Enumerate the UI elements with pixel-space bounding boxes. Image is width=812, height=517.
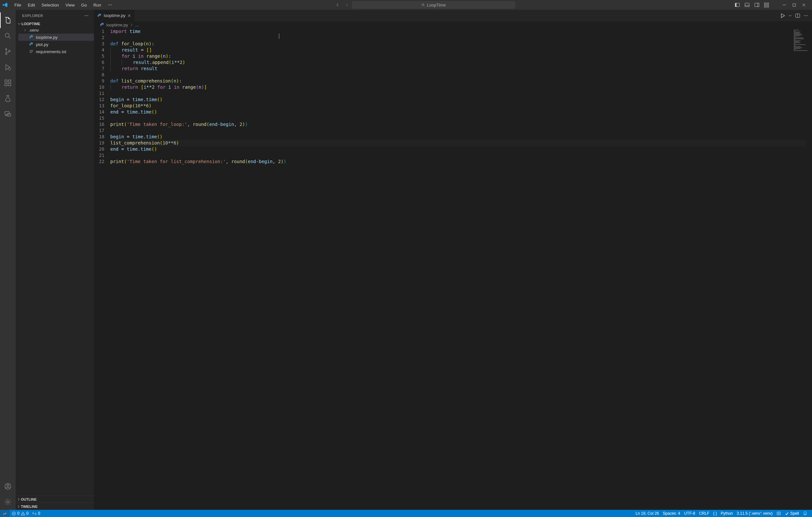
outline-label: OUTLINE [21, 497, 36, 501]
status-encoding[interactable]: UTF-8 [682, 510, 697, 517]
menu-run[interactable]: Run [91, 1, 104, 9]
status-spell[interactable]: Spell [783, 510, 801, 517]
menu-overflow-icon[interactable] [105, 1, 115, 8]
status-spaces[interactable]: Spaces: 4 [661, 510, 682, 517]
breadcrumb[interactable]: looptime.py ... [94, 21, 812, 28]
svg-rect-8 [755, 3, 759, 7]
activity-settings-icon[interactable] [0, 494, 16, 510]
layout-panel-icon[interactable] [744, 1, 751, 8]
svg-rect-43 [777, 512, 781, 515]
python-file-icon [29, 35, 34, 39]
code-editor[interactable]: 12345678910111213141516171819202122 impo… [94, 28, 812, 510]
status-ports[interactable]: 0 [30, 510, 42, 517]
menu-go[interactable]: Go [79, 1, 89, 9]
layout-sidebar-right-icon[interactable] [753, 1, 760, 8]
tab-bar: looptime.py [94, 10, 812, 21]
menu-edit[interactable]: Edit [25, 1, 37, 9]
svg-rect-5 [735, 3, 737, 7]
svg-rect-11 [767, 3, 768, 5]
nav-back-button[interactable] [334, 1, 342, 9]
svg-point-37 [806, 15, 806, 16]
svg-rect-7 [745, 5, 749, 7]
svg-rect-21 [5, 84, 7, 86]
status-problems[interactable]: 0 0 [10, 510, 30, 517]
svg-point-31 [87, 15, 88, 16]
status-bell-icon[interactable] [801, 510, 809, 517]
tree-label: requirements.txt [36, 49, 66, 54]
activity-bar [0, 10, 16, 510]
svg-point-30 [86, 15, 87, 16]
folder-header[interactable]: LOOPTIME [16, 21, 94, 26]
editor-more-icon[interactable] [804, 13, 808, 18]
status-cursor[interactable]: Ln 19, Col 26 [634, 510, 661, 517]
side-more-icon[interactable] [84, 13, 89, 18]
status-warnings: 0 [26, 511, 29, 516]
run-button-icon[interactable] [780, 13, 785, 18]
svg-rect-20 [5, 80, 7, 82]
status-ports-count: 0 [38, 511, 40, 516]
command-center-search[interactable]: LoopTime [352, 1, 515, 8]
layout-sidebar-left-icon[interactable] [734, 1, 741, 8]
editor-area: looptime.py [94, 10, 812, 510]
activity-source-control-icon[interactable] [0, 44, 16, 59]
activity-extensions-icon[interactable] [0, 75, 16, 91]
chevron-right-icon [130, 23, 133, 26]
split-editor-icon[interactable] [795, 13, 800, 18]
tree-folder-venv[interactable]: .venv [18, 26, 94, 34]
status-remote-icon[interactable] [0, 510, 10, 517]
minimap[interactable] [792, 28, 812, 55]
svg-point-1 [110, 5, 110, 5]
activity-accounts-icon[interactable] [0, 479, 16, 494]
svg-point-36 [804, 15, 805, 16]
python-file-icon [97, 13, 102, 18]
tab-label: looptime.py [104, 13, 125, 18]
run-dropdown-icon[interactable] [788, 14, 792, 17]
tab-looptime[interactable]: looptime.py [94, 10, 135, 21]
vscode-logo-icon [3, 2, 8, 8]
text-caret [279, 34, 279, 39]
menu-view[interactable]: View [63, 1, 77, 9]
svg-point-19 [8, 67, 11, 70]
outline-header[interactable]: OUTLINE [16, 495, 94, 502]
activity-explorer-icon[interactable] [0, 12, 16, 28]
side-title: EXPLORER [22, 14, 43, 18]
menu-file[interactable]: File [12, 1, 24, 9]
side-bar: EXPLORER LOOPTIME .venv [16, 10, 94, 510]
tree-file-requirements[interactable]: requirements.txt [18, 48, 94, 55]
svg-point-0 [108, 5, 109, 5]
svg-point-38 [807, 15, 807, 16]
code-content[interactable]: import time def for_loop(n): result = []… [110, 28, 812, 510]
python-file-icon [100, 23, 105, 27]
breadcrumb-file: looptime.py [106, 23, 128, 27]
title-bar: File Edit Selection View Go Run LoopTime [0, 0, 812, 10]
search-icon [421, 3, 425, 7]
tree-file-looptime[interactable]: looptime.py [18, 34, 94, 41]
window-maximize-button[interactable] [790, 1, 798, 8]
chevron-down-icon [18, 22, 21, 25]
tree-file-plot[interactable]: plot.py [18, 41, 94, 48]
window-close-button[interactable] [800, 1, 807, 8]
activity-search-icon[interactable] [0, 28, 16, 44]
status-lang-label: Python [721, 511, 733, 516]
window-minimize-button[interactable] [781, 1, 788, 8]
status-notifications-icon[interactable] [775, 510, 783, 517]
status-language[interactable]: { } Python [711, 510, 735, 517]
svg-point-44 [778, 513, 779, 514]
nav-forward-button[interactable] [343, 1, 351, 9]
tab-close-icon[interactable] [127, 14, 131, 18]
activity-testing-icon[interactable] [0, 91, 16, 106]
svg-rect-22 [8, 84, 11, 86]
chevron-right-icon [17, 505, 20, 508]
activity-run-debug-icon[interactable] [0, 59, 16, 75]
svg-rect-12 [764, 5, 766, 7]
search-text: LoopTime [427, 3, 446, 7]
customize-layout-icon[interactable] [763, 1, 770, 8]
status-eol[interactable]: CRLF [697, 510, 711, 517]
menu-selection[interactable]: Selection [39, 1, 61, 9]
timeline-header[interactable]: TIMELINE [16, 502, 94, 510]
timeline-label: TIMELINE [21, 505, 37, 509]
svg-point-18 [9, 50, 10, 52]
status-interpreter[interactable]: 3.11.5 ('.venv': venv) [735, 510, 775, 517]
activity-chat-icon[interactable] [0, 106, 16, 122]
svg-point-16 [5, 49, 7, 50]
